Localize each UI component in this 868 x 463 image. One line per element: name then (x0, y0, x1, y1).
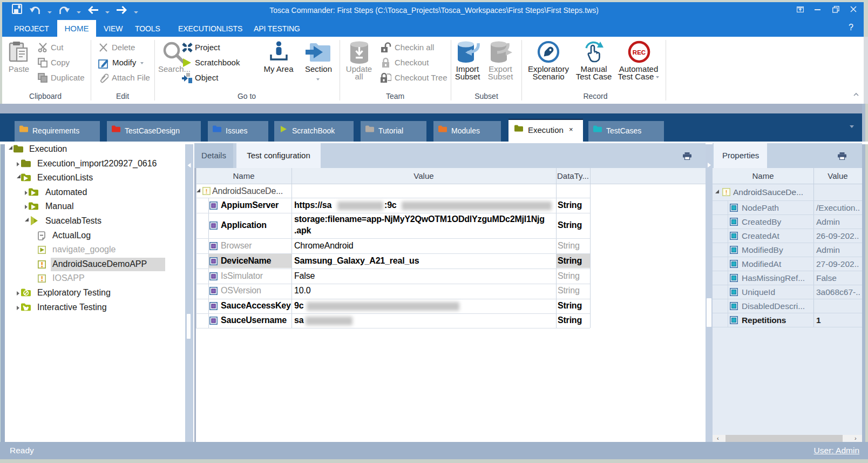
svg-text:!: ! (206, 188, 208, 194)
svg-text:REC: REC (633, 49, 646, 56)
